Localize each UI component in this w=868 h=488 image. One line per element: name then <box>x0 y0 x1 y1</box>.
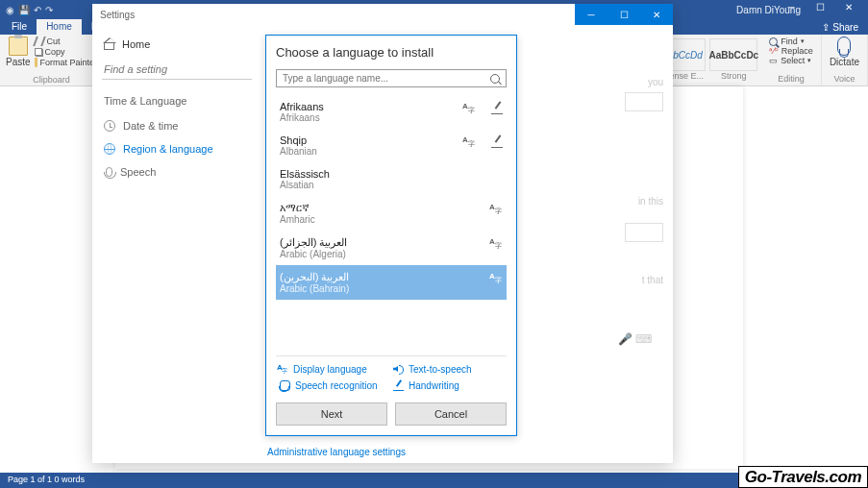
language-english-name: Afrikaans <box>280 112 459 123</box>
select-button[interactable]: ▭Select▾ <box>769 56 813 65</box>
format-painter-button[interactable]: Format Painter <box>35 58 98 67</box>
search-icon <box>490 74 500 84</box>
feature-handwriting: Handwriting <box>393 380 505 391</box>
language-item[interactable]: العربية (البحرين)Arabic (Bahrain) <box>276 265 507 300</box>
save-icon[interactable]: 💾 <box>18 5 30 15</box>
find-icon <box>769 37 778 46</box>
language-english-name: Albanian <box>280 146 459 157</box>
ghost-icon: 🎤 ⌨ <box>618 332 652 346</box>
language-features: Display language Text-to-speech Speech r… <box>276 355 507 395</box>
watermark: Go-Travels.com <box>738 466 868 488</box>
language-search-box[interactable] <box>276 69 507 87</box>
settings-close-button[interactable]: ✕ <box>640 4 673 25</box>
mic-icon <box>106 167 112 177</box>
language-english-name: Amharic <box>280 214 485 225</box>
settings-minimize-button[interactable]: ─ <box>575 4 608 25</box>
share-icon: ⇪ <box>822 22 830 33</box>
copy-button[interactable]: Copy <box>35 47 98 57</box>
display-language-icon <box>491 273 503 284</box>
tab-home[interactable]: Home <box>37 19 82 35</box>
word-maximize-button[interactable]: ☐ <box>806 2 833 12</box>
style-strong[interactable]: AaBbCcDc <box>709 38 757 71</box>
nav-section-header: Time & Language <box>102 89 252 112</box>
language-item[interactable]: ShqipAlbanian <box>276 129 507 162</box>
feature-display-language: Display language <box>278 364 389 375</box>
select-icon: ▭ <box>769 56 778 65</box>
handwriting-icon <box>491 136 503 148</box>
language-native-name: العربية (البحرين) <box>280 271 485 283</box>
language-english-name: Arabic (Bahrain) <box>280 283 485 294</box>
editing-group: Find▾ ᵃ⁄ᵇReplace ▭Select▾ Editing <box>761 35 822 85</box>
language-item[interactable]: ElsässischAlsatian <box>276 162 507 196</box>
ghost-dropdown[interactable] <box>625 223 663 242</box>
paste-button[interactable]: Paste <box>6 37 31 67</box>
ghost-dropdown[interactable] <box>625 92 663 111</box>
brush-icon <box>35 58 37 67</box>
status-left: Page 1 of 1 0 words <box>8 475 85 486</box>
autosave-icon: ◉ <box>6 5 14 15</box>
find-button[interactable]: Find▾ <box>769 37 813 46</box>
cut-button[interactable]: Cut <box>35 37 98 46</box>
word-minimize-button[interactable]: ─ <box>778 2 805 12</box>
handwriting-icon <box>491 103 503 114</box>
replace-button[interactable]: ᵃ⁄ᵇReplace <box>769 46 813 56</box>
voice-group: Dictate Voice <box>822 35 868 85</box>
language-native-name: Shqip <box>280 134 459 146</box>
undo-icon[interactable]: ↶ <box>34 5 41 15</box>
cut-icon <box>33 37 46 46</box>
globe-icon <box>104 143 115 155</box>
display-language-icon <box>464 103 476 114</box>
share-button[interactable]: ⇪Share <box>812 19 868 35</box>
language-list[interactable]: AfrikaansAfrikaansShqipAlbanianElsässisc… <box>276 95 507 355</box>
ghost-text: t that <box>642 275 663 285</box>
display-language-icon <box>278 364 288 375</box>
paste-label: Paste <box>6 57 31 67</box>
settings-titlebar: Settings ─ ☐ ✕ <box>92 4 673 25</box>
dialog-title: Choose a language to install <box>276 45 507 60</box>
cancel-button[interactable]: Cancel <box>395 403 507 426</box>
replace-icon: ᵃ⁄ᵇ <box>769 46 779 56</box>
clipboard-group: Paste Cut Copy Format Painter Clipboard <box>0 35 104 85</box>
language-install-dialog: Choose a language to install AfrikaansAf… <box>265 35 517 436</box>
dictate-button[interactable]: Dictate <box>830 57 859 67</box>
word-close-button[interactable]: ✕ <box>835 2 862 12</box>
home-icon <box>104 43 114 50</box>
nav-date-time[interactable]: Date & time <box>102 114 252 137</box>
language-item[interactable]: AfrikaansAfrikaans <box>276 95 507 129</box>
settings-nav: Home Time & Language Date & time Region … <box>92 25 261 463</box>
clipboard-group-label: Clipboard <box>6 75 97 85</box>
settings-search-input[interactable] <box>102 60 252 80</box>
feature-text-to-speech: Text-to-speech <box>393 364 505 375</box>
display-language-icon <box>491 238 503 250</box>
dictate-icon <box>837 37 851 56</box>
redo-icon[interactable]: ↷ <box>45 5 53 15</box>
language-native-name: Afrikaans <box>280 101 459 112</box>
next-button[interactable]: Next <box>276 403 387 426</box>
speech-recognition-icon <box>280 380 290 391</box>
clock-icon <box>104 120 115 132</box>
clipboard-icon <box>9 37 28 56</box>
display-language-icon <box>464 136 476 148</box>
tab-file[interactable]: File <box>2 19 37 35</box>
settings-title: Settings <box>92 10 135 20</box>
ghost-text: you <box>648 77 663 87</box>
display-language-icon <box>491 204 503 215</box>
language-native-name: Elsässisch <box>280 168 485 180</box>
language-search-input[interactable] <box>283 73 490 84</box>
nav-home[interactable]: Home <box>102 33 252 56</box>
admin-language-settings-link[interactable]: Administrative language settings <box>267 447 406 457</box>
language-english-name: Arabic (Algeria) <box>280 249 485 259</box>
nav-speech[interactable]: Speech <box>102 160 252 183</box>
ghost-text: in this <box>638 196 663 207</box>
language-native-name: አማርኛ <box>280 202 485 214</box>
language-english-name: Alsatian <box>280 180 485 190</box>
language-native-name: العربية (الجزائر) <box>280 236 485 249</box>
language-item[interactable]: አማርኛAmharic <box>276 196 507 231</box>
settings-maximize-button[interactable]: ☐ <box>608 4 640 25</box>
copy-icon <box>35 48 42 56</box>
tts-icon <box>393 364 404 375</box>
nav-region-language[interactable]: Region & language <box>102 137 252 160</box>
feature-speech-recognition: Speech recognition <box>278 380 389 391</box>
handwriting-icon <box>393 380 404 391</box>
language-item[interactable]: العربية (الجزائر)Arabic (Algeria) <box>276 231 507 265</box>
